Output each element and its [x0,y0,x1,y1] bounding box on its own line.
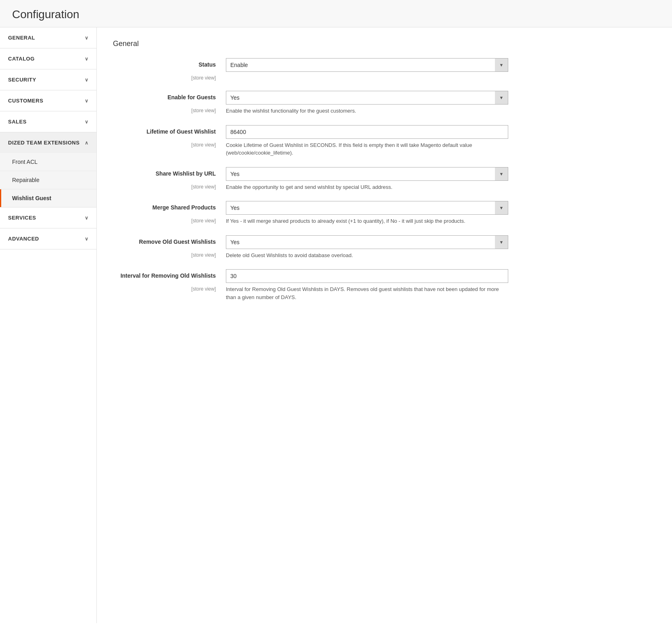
config-label-lifetime-guest-wishlist: Lifetime of Guest Wishlist[store view] [113,125,226,148]
config-row-enable-for-guests: Enable for Guests[store view]YesNo▼Enabl… [113,91,656,115]
select-wrapper-status: EnableDisable▼ [226,58,508,72]
config-label-text-merge-shared-products: Merge Shared Products [113,204,216,211]
config-field-remove-old-guest-wishlists: YesNo▼Delete old Guest Wishlists to avoi… [226,235,508,260]
sidebar-item-dized-team-extensions[interactable]: DIZED TEAM EXTENSIONS∧Front ACLRepairabl… [0,132,96,207]
config-field-enable-for-guests: YesNo▼Enable the wishlist functionality … [226,91,508,115]
sidebar-item-label-catalog: CATALOG [8,56,35,62]
select-wrapper-remove-old-guest-wishlists: YesNo▼ [226,235,508,249]
config-label-interval-removing: Interval for Removing Old Wishlists[stor… [113,269,226,292]
config-row-interval-removing: Interval for Removing Old Wishlists[stor… [113,269,656,301]
page-layout: GENERAL∨CATALOG∨SECURITY∨CUSTOMERS∨SALES… [0,27,672,623]
sidebar-item-header-sales[interactable]: SALES∨ [0,111,96,132]
select-wrapper-enable-for-guests: YesNo▼ [226,91,508,105]
sidebar-item-label-services: SERVICES [8,215,36,221]
input-lifetime-guest-wishlist[interactable] [226,125,508,139]
config-table: Status[store view]EnableDisable▼Enable f… [113,58,656,301]
chevron-down-icon: ∨ [85,77,89,83]
sidebar-item-advanced[interactable]: ADVANCED∨ [0,228,96,249]
config-label-scope-lifetime-guest-wishlist: [store view] [191,142,216,148]
sidebar-sub-items-dized-team-extensions: Front ACLRepairableWishlist Guest [0,153,96,207]
config-label-status: Status[store view] [113,58,226,81]
chevron-down-icon: ∨ [85,215,89,221]
config-field-share-wishlist-url: YesNo▼Enable the opportunity to get and … [226,167,508,191]
chevron-down-icon: ∨ [85,236,89,242]
sidebar-item-header-services[interactable]: SERVICES∨ [0,207,96,228]
config-row-remove-old-guest-wishlists: Remove Old Guest Wishlists[store view]Ye… [113,235,656,260]
config-description-remove-old-guest-wishlists: Delete old Guest Wishlists to avoid data… [226,251,508,260]
config-label-scope-merge-shared-products: [store view] [191,218,216,224]
config-row-merge-shared-products: Merge Shared Products[store view]YesNo▼I… [113,201,656,225]
config-label-text-status: Status [113,61,216,68]
select-share-wishlist-url[interactable]: YesNo [226,167,508,180]
config-label-enable-for-guests: Enable for Guests[store view] [113,91,226,113]
config-label-merge-shared-products: Merge Shared Products[store view] [113,201,226,224]
sidebar-item-header-catalog[interactable]: CATALOG∨ [0,48,96,69]
sidebar-item-header-dized-team-extensions[interactable]: DIZED TEAM EXTENSIONS∧ [0,132,96,153]
sidebar-item-security[interactable]: SECURITY∨ [0,69,96,90]
sidebar-sub-item-repairable[interactable]: Repairable [0,171,96,189]
config-description-enable-for-guests: Enable the wishlist functionality for th… [226,107,508,115]
config-row-share-wishlist-url: Share Wishlist by URL[store view]YesNo▼E… [113,167,656,191]
config-field-lifetime-guest-wishlist: Cookie Lifetime of Guest Wishlist in SEC… [226,125,508,157]
chevron-down-icon: ∨ [85,119,89,125]
sidebar-item-customers[interactable]: CUSTOMERS∨ [0,90,96,111]
config-label-scope-interval-removing: [store view] [191,286,216,292]
config-label-scope-remove-old-guest-wishlists: [store view] [191,252,216,258]
config-field-status: EnableDisable▼ [226,58,508,72]
sidebar-item-catalog[interactable]: CATALOG∨ [0,48,96,69]
config-label-text-lifetime-guest-wishlist: Lifetime of Guest Wishlist [113,128,216,135]
page-title: Configuration [12,8,660,21]
config-description-lifetime-guest-wishlist: Cookie Lifetime of Guest Wishlist in SEC… [226,141,508,157]
sidebar-item-header-customers[interactable]: CUSTOMERS∨ [0,90,96,111]
select-status[interactable]: EnableDisable [226,59,508,71]
sidebar-item-label-dized-team-extensions: DIZED TEAM EXTENSIONS [8,140,79,146]
sidebar-item-header-advanced[interactable]: ADVANCED∨ [0,228,96,249]
sidebar-item-label-customers: CUSTOMERS [8,98,43,104]
chevron-down-icon: ∨ [85,56,89,62]
sidebar-sub-item-front-acl[interactable]: Front ACL [0,153,96,171]
sidebar-item-label-advanced: ADVANCED [8,236,39,242]
chevron-up-icon: ∧ [85,140,89,146]
select-remove-old-guest-wishlists[interactable]: YesNo [226,236,508,249]
config-label-share-wishlist-url: Share Wishlist by URL[store view] [113,167,226,190]
section-title: General [113,40,656,48]
config-description-merge-shared-products: If Yes - it will merge shared products t… [226,217,508,225]
config-label-remove-old-guest-wishlists: Remove Old Guest Wishlists[store view] [113,235,226,258]
sidebar-item-label-sales: SALES [8,119,27,125]
sidebar-item-general[interactable]: GENERAL∨ [0,27,96,48]
config-label-text-interval-removing: Interval for Removing Old Wishlists [113,272,216,279]
chevron-down-icon: ∨ [85,35,89,41]
input-interval-removing[interactable] [226,269,508,283]
config-row-lifetime-guest-wishlist: Lifetime of Guest Wishlist[store view]Co… [113,125,656,157]
sidebar-item-sales[interactable]: SALES∨ [0,111,96,132]
config-description-interval-removing: Interval for Removing Old Guest Wishlist… [226,285,508,301]
config-label-scope-status: [store view] [191,75,216,81]
config-description-share-wishlist-url: Enable the opportunity to get and send w… [226,183,508,191]
page-header: Configuration [0,0,672,27]
config-label-text-enable-for-guests: Enable for Guests [113,94,216,100]
sidebar-item-header-security[interactable]: SECURITY∨ [0,69,96,90]
select-wrapper-merge-shared-products: YesNo▼ [226,201,508,215]
select-enable-for-guests[interactable]: YesNo [226,91,508,104]
config-label-text-remove-old-guest-wishlists: Remove Old Guest Wishlists [113,239,216,245]
select-merge-shared-products[interactable]: YesNo [226,201,508,214]
config-label-scope-share-wishlist-url: [store view] [191,184,216,190]
sidebar-item-services[interactable]: SERVICES∨ [0,207,96,228]
select-wrapper-share-wishlist-url: YesNo▼ [226,167,508,181]
chevron-down-icon: ∨ [85,98,89,104]
config-label-text-share-wishlist-url: Share Wishlist by URL [113,170,216,177]
sidebar-item-label-security: SECURITY [8,77,36,83]
sidebar-item-label-general: GENERAL [8,35,35,41]
config-label-scope-enable-for-guests: [store view] [191,108,216,113]
sidebar-sub-item-wishlist-guest[interactable]: Wishlist Guest [0,189,96,207]
config-row-status: Status[store view]EnableDisable▼ [113,58,656,81]
main-content: General Status[store view]EnableDisable▼… [97,27,672,623]
sidebar: GENERAL∨CATALOG∨SECURITY∨CUSTOMERS∨SALES… [0,27,97,623]
config-field-interval-removing: Interval for Removing Old Guest Wishlist… [226,269,508,301]
sidebar-item-header-general[interactable]: GENERAL∨ [0,27,96,48]
config-field-merge-shared-products: YesNo▼If Yes - it will merge shared prod… [226,201,508,225]
